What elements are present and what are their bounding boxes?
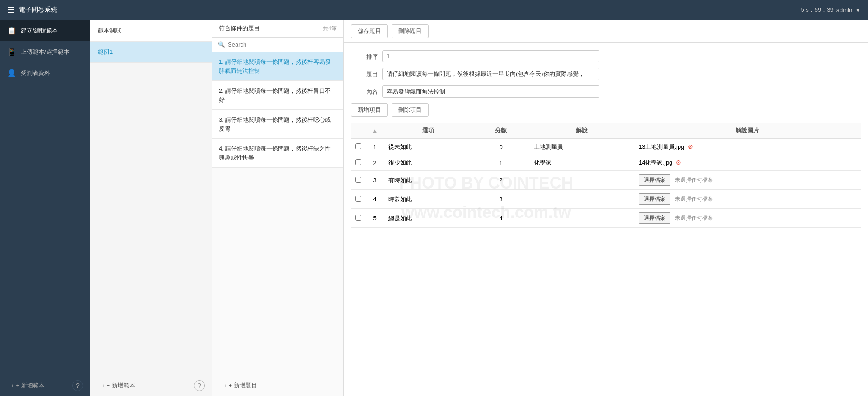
add-template-footer-plus: + <box>101 382 105 389</box>
detail-toolbar: 儲存題目 刪除題目 <box>344 20 868 43</box>
row5-seq: 5 <box>366 209 384 228</box>
sidebar-footer: + + 新增範本 ? <box>0 375 90 396</box>
main-layout: 📋 建立/編輯範本 📱 上傳範本/選擇範本 👤 受測者資料 + + 新增範本 ?… <box>0 20 868 396</box>
delete-item-button[interactable]: 刪除項目 <box>392 103 429 117</box>
add-question-plus-icon: + <box>223 382 227 389</box>
row5-checkbox[interactable] <box>355 215 361 221</box>
detail-content: 排序 題目 內容 新增項目 刪除項目 <box>344 43 868 396</box>
hamburger-icon[interactable]: ☰ <box>7 5 14 15</box>
question-item-text-3: 3. 請仔細地閱讀每一條問題，然後枉噁心或反胃 <box>219 116 331 132</box>
row4-desc <box>529 190 634 209</box>
row1-img: 13土地測量員.jpg ⊗ <box>634 139 861 155</box>
col-desc: 解說 <box>529 123 634 139</box>
questions-header-label: 符合條件的題目 <box>219 24 260 33</box>
add-question-label: + 新增題目 <box>229 382 257 390</box>
add-item-button[interactable]: 新增項目 <box>351 103 388 117</box>
add-template-label: + 新增範本 <box>16 382 45 390</box>
question-list: 1. 請仔細地閱讀每一條問題，然後枉容易發脾氣而無法控制 2. 請仔細地閱讀每一… <box>212 52 343 375</box>
add-question-button[interactable]: + + 新增題目 <box>220 380 261 391</box>
help-button[interactable]: ? <box>72 380 83 391</box>
row2-option: 很少如此 <box>384 155 472 171</box>
row5-file-button[interactable]: 選擇檔案 <box>639 212 670 224</box>
add-template-footer-button[interactable]: + + 新增範本 <box>98 380 139 391</box>
question-row: 題目 <box>351 68 861 80</box>
sidebar-item-label-upload-select: 上傳範本/選擇範本 <box>21 48 70 56</box>
user-name: admin <box>836 7 852 14</box>
app-title: 電子問卷系統 <box>19 6 57 14</box>
row4-checkbox[interactable] <box>355 196 361 202</box>
templates-panel-footer: + + 新增範本 ? <box>90 375 212 396</box>
content-input[interactable] <box>382 85 599 98</box>
template-item-1[interactable]: 範本測試 <box>90 20 212 42</box>
question-item-1[interactable]: 1. 請仔細地閱讀每一條問題，然後枉容易發脾氣而無法控制 <box>212 52 343 81</box>
col-checkbox <box>351 123 366 139</box>
row5-option: 總是如此 <box>384 209 472 228</box>
questions-panel: 符合條件的題目 共4筆 🔍 1. 請仔細地閱讀每一條問題，然後枉容易發脾氣而無法… <box>212 20 344 396</box>
row3-desc <box>529 171 634 190</box>
row5-img: 選擇檔案 未選擇任何檔案 <box>634 209 861 228</box>
create-edit-icon: 📋 <box>7 26 16 35</box>
template-item-label-1: 範本測試 <box>98 27 121 34</box>
question-item-text-1: 1. 請仔細地閱讀每一條問題，然後枉容易發脾氣而無法控制 <box>219 58 331 74</box>
row1-seq: 1 <box>366 139 384 155</box>
sort-icon[interactable]: ▲ <box>372 127 378 134</box>
timer-display: 5 s：59：39 <box>801 6 833 14</box>
row5-desc <box>529 209 634 228</box>
row5-file-name: 未選擇任何檔案 <box>675 215 713 221</box>
help-footer-button[interactable]: ? <box>194 380 205 391</box>
row2-score: 1 <box>472 155 529 171</box>
col-option: 選項 <box>384 123 472 139</box>
table-row: 1 從未如此 0 土地測量員 13土地測量員.jpg ⊗ <box>351 139 861 155</box>
sidebar-item-label-respondent: 受測者資料 <box>21 69 50 77</box>
question-item-2[interactable]: 2. 請仔細地閱讀每一條問題，然後枉胃口不好 <box>212 81 343 110</box>
table-row: 2 很少如此 1 化學家 14化學家.jpg ⊗ <box>351 155 861 171</box>
questions-count-badge: 共4筆 <box>323 25 337 33</box>
question-input[interactable] <box>382 68 599 80</box>
topbar: ☰ 電子問卷系統 5 s：59：39 admin ▼ <box>0 0 868 20</box>
question-item-text-2: 2. 請仔細地閱讀每一條問題，然後枉胃口不好 <box>219 87 331 103</box>
row4-img: 選擇檔案 未選擇任何檔案 <box>634 190 861 209</box>
question-label: 題目 <box>351 68 378 79</box>
help-icon: ? <box>76 382 80 389</box>
questions-panel-footer: + + 新增題目 <box>212 375 343 396</box>
row3-file-button[interactable]: 選擇檔案 <box>639 174 670 186</box>
row4-seq: 4 <box>366 190 384 209</box>
topbar-left: ☰ 電子問卷系統 <box>7 5 57 15</box>
row2-checkbox[interactable] <box>355 159 361 165</box>
row3-score: 2 <box>472 171 529 190</box>
order-label: 排序 <box>351 50 378 61</box>
table-row: 5 總是如此 4 選擇檔案 未選擇任何檔案 <box>351 209 861 228</box>
delete-question-button[interactable]: 刪除題目 <box>392 24 429 38</box>
order-input[interactable] <box>382 50 599 62</box>
row2-remove-icon[interactable]: ⊗ <box>676 159 681 166</box>
order-row: 排序 <box>351 50 861 62</box>
sidebar-item-respondent[interactable]: 👤 受測者資料 <box>0 62 90 84</box>
content-row: 內容 <box>351 85 861 98</box>
row3-seq: 3 <box>366 171 384 190</box>
row2-seq: 2 <box>366 155 384 171</box>
table-row: 3 有時如此 2 選擇檔案 未選擇任何檔案 <box>351 171 861 190</box>
row1-img-name: 13土地測量員.jpg <box>639 143 684 150</box>
help-footer-icon: ? <box>198 382 201 389</box>
row3-img: 選擇檔案 未選擇任何檔案 <box>634 171 861 190</box>
row1-checkbox[interactable] <box>355 143 361 149</box>
content-label: 內容 <box>351 85 378 96</box>
row3-checkbox[interactable] <box>355 177 361 183</box>
add-template-button[interactable]: + + 新增範本 <box>7 380 48 391</box>
action-buttons: 新增項目 刪除項目 <box>351 103 861 117</box>
save-question-button[interactable]: 儲存題目 <box>351 24 388 38</box>
row1-remove-icon[interactable]: ⊗ <box>688 143 693 150</box>
row4-option: 時常如此 <box>384 190 472 209</box>
sidebar-item-upload-select[interactable]: 📱 上傳範本/選擇範本 <box>0 41 90 62</box>
question-item-4[interactable]: 4. 請仔細地閱讀每一條問題，然後枉缺乏性興趣或性快樂 <box>212 139 343 168</box>
row5-score: 4 <box>472 209 529 228</box>
questions-panel-header: 符合條件的題目 共4筆 <box>212 20 343 38</box>
options-table: ▲ 選項 分數 解說 解說圖片 1 從未如此 0 土地測量員 <box>351 123 861 228</box>
upload-select-icon: 📱 <box>7 47 16 56</box>
sidebar-item-create-edit[interactable]: 📋 建立/編輯範本 <box>0 20 90 41</box>
template-item-2[interactable]: 範例1 <box>90 42 212 63</box>
question-item-3[interactable]: 3. 請仔細地閱讀每一條問題，然後枉噁心或反胃 <box>212 110 343 139</box>
row4-file-button[interactable]: 選擇檔案 <box>639 193 670 205</box>
search-input[interactable] <box>228 41 338 48</box>
user-dropdown-icon[interactable]: ▼ <box>855 7 861 14</box>
